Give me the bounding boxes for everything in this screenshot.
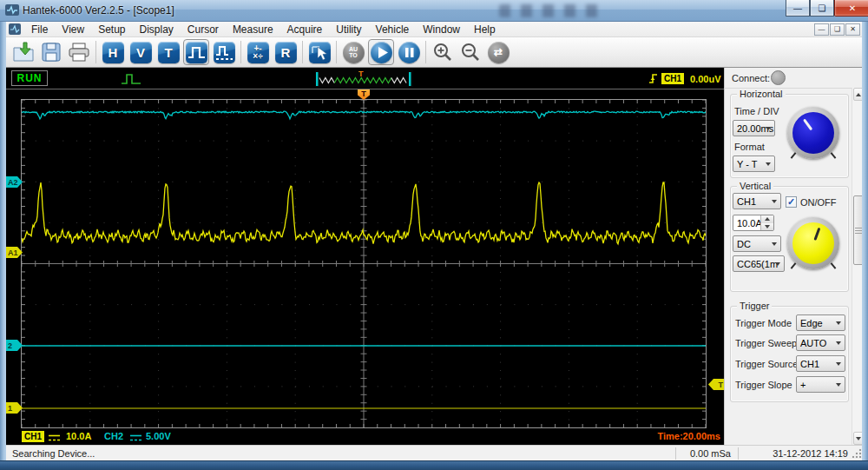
toolbar-separator [425,41,426,63]
channel-onoff-checkbox[interactable]: ✓ [786,196,797,208]
record-preview-wave [315,70,413,88]
v-letter-icon: V [130,42,152,63]
close-button[interactable]: ✕ [834,0,868,17]
knob-indicator [813,228,819,241]
self-calibration-button[interactable]: ⇄ [485,39,511,65]
vertical-group-title: Vertical [737,181,773,191]
save-button[interactable] [38,39,64,65]
mdi-child-icon [9,23,21,35]
knob-indicator [803,119,812,131]
h-letter-icon: H [102,42,124,63]
pause-icon [398,42,420,63]
menu-item-window[interactable]: Window [416,23,467,36]
dropdown-arrow-icon [766,127,771,130]
application-window: Hantek-6000 Ver2.2.5 - [Scope1] — ❏ ✕ Fi… [0,0,868,470]
menu-item-vehicle[interactable]: Vehicle [369,23,417,36]
cursor-arrow-icon [309,42,331,63]
auto-set-button[interactable]: AUTO [340,39,366,65]
waveform-canvas [22,100,706,427]
open-button[interactable] [10,39,36,65]
horizontal-panel-button[interactable]: H [100,39,126,65]
trigger-sweep-select[interactable]: AUTO [796,334,845,351]
mdi-restore-icon: ❏ [834,25,840,33]
status-separator [738,447,739,460]
menu-item-display[interactable]: Display [133,23,181,36]
horizontal-knob[interactable] [787,107,839,159]
save-floppy-icon [41,42,62,63]
reference-button[interactable]: R [273,39,299,65]
zoom-out-icon [460,42,482,63]
t-letter-icon: T [158,42,180,63]
horizontal-group-title: Horizontal [737,89,786,99]
mdi-close-button[interactable]: ✕ [845,23,860,36]
dropdown-arrow-icon [836,321,841,325]
r-letter-icon: R [275,42,297,63]
trigger-mode-label: Trigger Mode [735,318,792,328]
trigger-panel-button[interactable]: T [155,39,181,65]
dropdown-arrow-icon [775,262,780,266]
mdi-restore-button[interactable]: ❏ [830,23,845,36]
coupling-select[interactable]: DC [733,235,781,252]
window-controls: — ❏ ✕ [786,0,868,17]
mdi-close-icon: ✕ [850,25,856,33]
math-button[interactable]: +-×÷ [245,39,271,65]
channel-select[interactable]: CH1 [733,193,781,209]
trigger-mode-select[interactable]: Edge [796,314,845,331]
pulse-train-button[interactable] [211,39,237,65]
stepper-up-button[interactable] [761,215,773,223]
resize-grip[interactable] [852,448,862,459]
pause-button[interactable] [396,39,422,65]
zoom-in-button[interactable] [430,39,456,65]
cursor-measure-button[interactable] [306,39,332,65]
toolbar-separator [240,41,241,63]
sync-arrows-icon: ⇄ [488,42,510,63]
channel-value: CH1 [737,196,756,207]
dropdown-arrow-icon [836,362,841,366]
stepper-down-button[interactable] [761,223,773,231]
auto-set-icon: AUTO [343,42,365,63]
dropdown-arrow-icon [836,383,841,387]
vertical-panel-button[interactable]: V [128,39,154,65]
menu-item-cursor[interactable]: Cursor [181,23,226,36]
run-status-indicator: RUN [11,70,48,86]
menu-item-measure[interactable]: Measure [226,23,280,36]
menu-item-acquire[interactable]: Acquire [280,23,330,36]
probe-select[interactable]: CC65(1m [733,255,785,272]
single-pulse-button[interactable] [183,39,209,65]
menu-item-view[interactable]: View [55,23,91,36]
menu-item-setup[interactable]: Setup [91,23,132,36]
menu-item-help[interactable]: Help [467,23,503,36]
toolbar-separator [302,41,303,63]
menu-item-file[interactable]: File [24,23,55,36]
trigger-source-select[interactable]: CH1 [796,355,845,372]
menu-item-utility[interactable]: Utility [329,23,368,36]
onoff-label: ON/OFF [800,197,837,208]
minimize-icon: — [793,3,802,13]
dropdown-arrow-icon [772,242,777,246]
volts-div-stepper[interactable]: 10.0A [733,215,774,231]
mdi-window-controls: — ❏ ✕ [813,23,860,36]
single-pulse-icon [186,42,207,63]
toolbar-separator [95,41,96,63]
zoom-out-button[interactable] [457,39,483,65]
record-preview-strip[interactable]: T [315,70,413,88]
time-div-select[interactable]: 20.00ms [733,120,775,136]
ch1-dc-coupling-icon [49,434,60,442]
status-separator [675,447,676,460]
minimize-button[interactable]: — [786,0,810,17]
trigger-slope-select[interactable]: + [796,376,845,393]
maximize-button[interactable]: ❏ [810,0,834,17]
start-button[interactable] [368,39,394,65]
close-icon: ✕ [849,3,856,13]
trigger-source-badge: CH1 [661,73,684,84]
format-select[interactable]: Y - T [733,156,775,172]
print-button[interactable] [66,39,92,65]
trigger-source-label: Trigger Source [735,359,798,369]
scope-topbar-divider [6,89,724,89]
vertical-knob[interactable] [787,217,839,269]
mdi-minimize-button[interactable]: — [814,23,829,36]
ch2-dc-coupling-icon [130,434,141,442]
dropdown-arrow-icon [766,162,771,166]
status-message: Searching Device... [12,448,95,459]
play-icon [371,42,392,63]
